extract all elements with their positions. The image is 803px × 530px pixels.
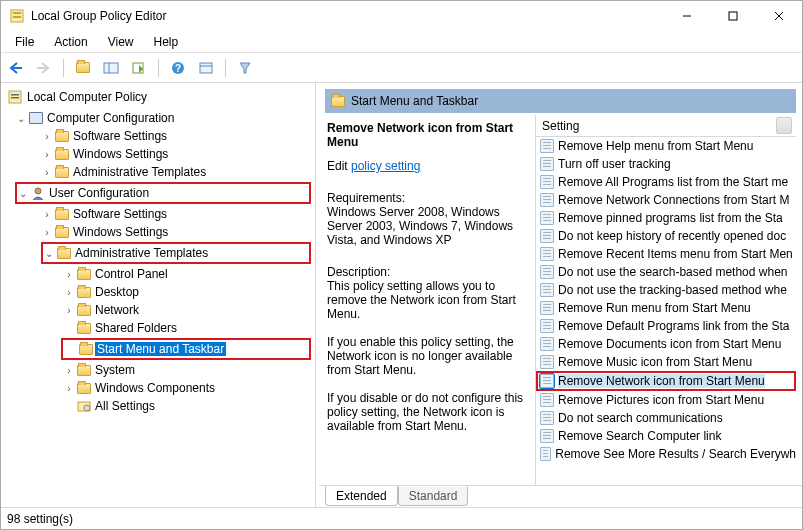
up-folder-button[interactable]: [72, 57, 94, 79]
tree-item[interactable]: ›Software Settings: [1, 127, 315, 145]
menubar: File Action View Help: [1, 31, 802, 53]
tree-root-label: Local Computer Policy: [27, 90, 147, 104]
svg-point-19: [35, 188, 41, 194]
tree-item[interactable]: ›Administrative Templates: [1, 163, 315, 181]
list-row[interactable]: Do not use the tracking-based method whe: [536, 281, 796, 299]
help-button[interactable]: ?: [167, 57, 189, 79]
list-row[interactable]: Remove All Programs list from the Start …: [536, 173, 796, 191]
list-row-label: Remove Search Computer link: [558, 429, 721, 443]
collapse-icon[interactable]: ⌄: [15, 113, 27, 124]
list-row[interactable]: Remove Help menu from Start Menu: [536, 137, 796, 155]
settings-list[interactable]: Remove Help menu from Start MenuTurn off…: [536, 137, 796, 485]
back-button[interactable]: [5, 57, 27, 79]
tab-extended[interactable]: Extended: [325, 486, 398, 506]
policy-icon: [540, 337, 554, 351]
list-row-label: Remove See More Results / Search Everywh: [555, 447, 796, 461]
tree-item-computer-config[interactable]: ⌄ Computer Configuration: [1, 109, 315, 127]
list-row-label: Turn off user tracking: [558, 157, 671, 171]
statusbar: 98 setting(s): [1, 507, 802, 529]
expand-icon[interactable]: ›: [41, 131, 53, 142]
tree-item[interactable]: ›Network: [1, 301, 315, 319]
app-icon: [9, 8, 25, 24]
menu-action[interactable]: Action: [44, 33, 97, 51]
list-row[interactable]: Remove Pictures icon from Start Menu: [536, 391, 796, 409]
list-row[interactable]: Remove Network icon from Start Menu: [536, 371, 796, 391]
forward-button: [33, 57, 55, 79]
tree-item[interactable]: ›Control Panel: [1, 265, 315, 283]
toolbar: ?: [1, 53, 802, 83]
computer-icon: [29, 112, 43, 124]
folder-icon: [55, 131, 69, 142]
list-row-label: Remove Music icon from Start Menu: [558, 355, 752, 369]
column-header-setting[interactable]: Setting: [536, 115, 796, 137]
tab-standard[interactable]: Standard: [398, 486, 469, 506]
user-icon: [29, 186, 47, 200]
tree-pane[interactable]: Local Computer Policy ⌄ Computer Configu…: [1, 83, 316, 507]
list-row[interactable]: Remove Documents icon from Start Menu: [536, 335, 796, 353]
gear-folder-icon: [75, 399, 93, 413]
list-row[interactable]: Remove pinned programs list from the Sta: [536, 209, 796, 227]
titlebar: Local Group Policy Editor: [1, 1, 802, 31]
menu-view[interactable]: View: [98, 33, 144, 51]
filter-button[interactable]: [234, 57, 256, 79]
list-row[interactable]: Remove Default Programs link from the St…: [536, 317, 796, 335]
policy-icon: [540, 211, 554, 225]
list-row-label: Do not keep history of recently opened d…: [558, 229, 786, 243]
tree-item-start-menu-taskbar[interactable]: Start Menu and Taskbar: [63, 340, 309, 358]
list-row[interactable]: Do not keep history of recently opened d…: [536, 227, 796, 245]
policy-icon: [540, 374, 554, 388]
properties-button[interactable]: [195, 57, 217, 79]
policy-icon: [540, 319, 554, 333]
list-row[interactable]: Remove Network Connections from Start M: [536, 191, 796, 209]
list-row[interactable]: Do not search communications: [536, 409, 796, 427]
menu-help[interactable]: Help: [144, 33, 189, 51]
menu-file[interactable]: File: [5, 33, 44, 51]
view-tabs: Extended Standard: [319, 485, 802, 507]
list-row-label: Remove Pictures icon from Start Menu: [558, 393, 764, 407]
list-row-label: Do not use the tracking-based method whe: [558, 283, 787, 297]
maximize-button[interactable]: [710, 1, 756, 31]
list-row[interactable]: Do not use the search-based method when: [536, 263, 796, 281]
list-row-label: Remove Recent Items menu from Start Men: [558, 247, 793, 261]
list-row-label: Do not search communications: [558, 411, 723, 425]
detail-header: Start Menu and Taskbar: [325, 89, 796, 113]
policy-icon: [540, 283, 554, 297]
tree-item[interactable]: ›Software Settings: [1, 205, 315, 223]
svg-rect-17: [11, 94, 19, 96]
list-row[interactable]: Remove Music icon from Start Menu: [536, 353, 796, 371]
list-row[interactable]: Remove See More Results / Search Everywh: [536, 445, 796, 463]
svg-rect-14: [200, 63, 212, 73]
edit-policy-link[interactable]: policy setting: [351, 159, 420, 173]
policy-icon: [540, 411, 554, 425]
svg-point-21: [84, 405, 90, 411]
list-row[interactable]: Turn off user tracking: [536, 155, 796, 173]
list-row-label: Remove Network Connections from Start M: [558, 193, 789, 207]
list-row-label: Remove pinned programs list from the Sta: [558, 211, 783, 225]
policy-icon: [540, 301, 554, 315]
minimize-button[interactable]: [664, 1, 710, 31]
svg-text:?: ?: [175, 63, 181, 74]
selected-policy-title: Remove Network icon from Start Menu: [327, 121, 527, 149]
tree-item[interactable]: ›Windows Settings: [1, 223, 315, 241]
tree-item-admin-templates[interactable]: ⌄Administrative Templates: [43, 244, 309, 262]
tree-item[interactable]: ›Desktop: [1, 283, 315, 301]
list-row[interactable]: Remove Run menu from Start Menu: [536, 299, 796, 317]
status-text: 98 setting(s): [7, 512, 73, 526]
export-button[interactable]: [128, 57, 150, 79]
policy-icon: [540, 355, 554, 369]
svg-rect-9: [104, 63, 118, 73]
tree-item[interactable]: ›Windows Components: [1, 379, 315, 397]
folder-icon: [331, 96, 345, 107]
list-row[interactable]: Remove Search Computer link: [536, 427, 796, 445]
tree-item[interactable]: Shared Folders: [1, 319, 315, 337]
tree-item-user-config[interactable]: ⌄ User Configuration: [17, 184, 309, 202]
tree-item[interactable]: ›System: [1, 361, 315, 379]
svg-rect-2: [13, 16, 21, 18]
tree-item-all-settings[interactable]: All Settings: [1, 397, 315, 415]
tree-item[interactable]: ›Windows Settings: [1, 145, 315, 163]
list-row[interactable]: Remove Recent Items menu from Start Men: [536, 245, 796, 263]
show-hide-tree-button[interactable]: [100, 57, 122, 79]
list-row-label: Do not use the search-based method when: [558, 265, 787, 279]
list-row-label: Remove Run menu from Start Menu: [558, 301, 751, 315]
close-button[interactable]: [756, 1, 802, 31]
